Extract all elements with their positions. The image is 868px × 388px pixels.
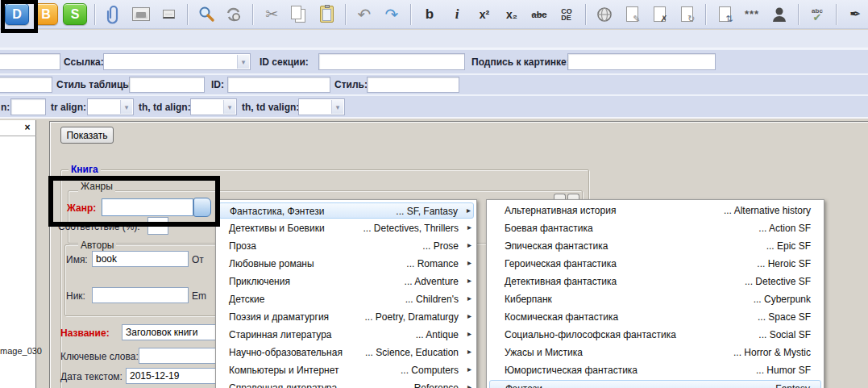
menu-item[interactable]: Детективы и Боевики... Detectives, Thril… [218,220,474,237]
toolbar-separator [252,4,253,25]
image-icon[interactable] [130,4,152,25]
subscript-icon[interactable]: x₂ [500,4,523,25]
document-swap-icon[interactable]: ⇅ [713,4,736,25]
genre-input[interactable] [102,198,193,216]
genres-group-title: Жанры [78,181,115,192]
find-replace-icon[interactable] [222,4,245,25]
section-id-input[interactable] [318,53,465,70]
table-style-row: Стиль таблицы: ID: Стиль: [0,73,868,94]
submenu-arrow-icon: ▸ [467,382,471,388]
chevron-down-icon[interactable]: ▾ [237,55,249,69]
menu-item[interactable]: Приключения... Adventure▸ [218,273,474,290]
superscript-icon[interactable]: x² [473,4,496,25]
menu-item[interactable]: Детские... Children's▸ [218,291,474,308]
menu-item[interactable]: Компьютеры и Интернет... Computers▸ [218,362,474,379]
genre-dropdown-button[interactable] [193,198,211,217]
menu-item[interactable]: Фантастика, Фэнтези... SF, Fantasy▸ [218,202,474,219]
password-icon[interactable]: *** [741,4,763,25]
find-icon[interactable] [195,4,218,25]
strikethrough-icon[interactable]: abc [528,4,550,25]
show-button[interactable]: Показать [60,127,114,144]
th-td-align-combo[interactable]: ▾ [190,98,237,115]
signature-icon[interactable]: ✒ [844,4,866,25]
genre-submenu: Альтернативная история... Alternative hi… [486,199,824,388]
tree-item[interactable]: mage_030 [0,346,42,356]
toolbar-separator [410,4,411,25]
fictionbook-editor-window: D B S ✂ ↶ ↷ b i x² x₂ abc CODE [0,0,868,388]
image-caption-input[interactable] [567,53,716,70]
cut-left-input[interactable] [0,77,52,93]
paste-icon[interactable] [315,4,338,25]
menu-item[interactable]: Поэзия и драматургия... Poetry, Dramatur… [218,309,474,326]
genre-menu: Фантастика, Фэнтези... SF, Fantasy▸ Дете… [215,199,477,388]
inline-image-icon[interactable] [157,4,180,25]
link-label: Ссылка: [64,56,104,68]
id-input[interactable] [227,77,330,93]
spellcheck-icon[interactable]: abc ✔ [806,4,829,25]
match-label: Соответствие (%): [58,221,140,232]
menu-item[interactable]: Научно-образовательная... Science, Educa… [218,344,474,361]
chevron-down-icon[interactable]: ▾ [120,100,132,114]
menu-item[interactable]: Боевая фантастика... Action SF [489,220,821,237]
keywords-label: Ключевые слова: [60,351,139,362]
menu-item[interactable]: Альтернативная история... Alternative hi… [489,202,821,219]
italic-icon[interactable]: i [446,4,468,25]
cut-icon[interactable]: ✂ [260,4,283,25]
menu-item[interactable]: Киберпанк... Cyberpunk [489,291,821,308]
toolbar-separator [187,4,188,25]
author-name-label: Имя: [66,254,88,265]
submenu-arrow-icon: ▸ [467,258,471,267]
menu-item[interactable]: Социально-философская фантастика... Soci… [489,327,821,344]
body-b-button[interactable]: B [34,3,58,25]
document-delete-icon[interactable]: ✗ [648,4,671,25]
menu-item[interactable]: Старинная литература... Antique▸ [218,327,474,344]
th-td-valign-combo[interactable]: ▾ [298,98,345,115]
table-align-row: n: tr align: ▾ th, td align: ▾ th, td va… [0,94,868,119]
author-middlename-label-fragment: От [192,254,204,265]
redo-icon[interactable]: ↷ [380,4,403,25]
menu-item[interactable]: Любовные романы... Romance▸ [218,256,474,273]
document-refresh-icon[interactable]: ↻ [675,4,698,25]
close-icon[interactable]: × [21,122,34,134]
menu-item[interactable]: Космическая фантастика... Space SF [489,309,821,326]
document-d-button[interactable]: D [5,3,29,25]
menu-item-highlighted[interactable]: Фэнтези... Fantasy [489,380,821,388]
n-input[interactable] [10,98,46,115]
link-globe-icon[interactable] [593,4,616,25]
copy-icon[interactable] [288,4,310,25]
menu-item[interactable]: Ужасы и Мистика... Horror & Mystic [489,344,821,361]
document-tree-panel: × mage_030 ы ы ы [0,120,36,388]
main-toolbar: D B S ✂ ↶ ↷ b i x² x₂ abc CODE [0,0,868,29]
toolbar-separator [836,4,837,25]
author-nick-input[interactable] [92,287,189,303]
panel-divider [0,136,36,136]
section-s-button[interactable]: S [63,3,87,25]
toolbar-separator [345,4,346,25]
submenu-arrow-icon: ▸ [467,329,471,338]
book-group-title: Книга [69,164,101,175]
bold-icon[interactable]: b [418,4,441,25]
style-input[interactable] [367,77,459,93]
tr-align-combo[interactable]: ▾ [87,98,134,115]
cut-left-input[interactable] [0,53,60,70]
menu-item[interactable]: Проза... Prose▸ [218,238,474,255]
match-input[interactable] [147,217,168,235]
chevron-down-icon[interactable]: ▾ [223,100,235,114]
toolbar-separator [585,4,586,25]
contact-icon[interactable] [768,4,791,25]
document-edit-icon[interactable]: ✎ [621,4,643,25]
table-style-input[interactable] [129,77,205,93]
author-nick-label: Ник: [66,290,85,302]
undo-icon[interactable]: ↶ [353,4,376,25]
code-icon[interactable]: CODE [555,4,578,25]
menu-item[interactable]: Справочная литература... Reference▸ [218,380,474,388]
menu-item[interactable]: Героическая фантастика... Heroic SF [489,256,821,273]
chevron-down-icon[interactable]: ▾ [331,100,343,114]
genre-label: Жанр: [67,202,96,214]
attachment-icon[interactable] [102,4,125,25]
menu-item[interactable]: Юмористическая фантастика... Humor SF [489,362,821,379]
author-name-input[interactable] [92,251,189,267]
menu-item[interactable]: Эпическая фантастика... Epic SF [489,238,821,255]
link-combo[interactable]: ▾ [103,53,251,70]
menu-item[interactable]: Детективная фантастика... Detective SF [489,273,821,290]
